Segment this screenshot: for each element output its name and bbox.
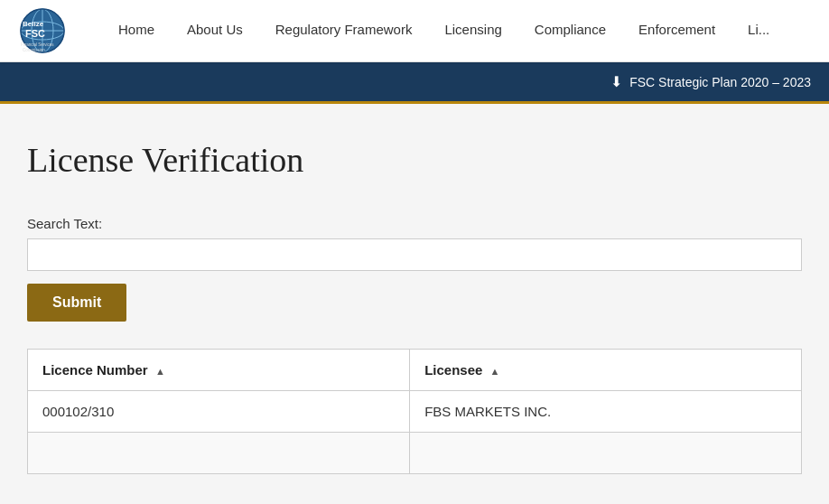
- main-content: License Verification Search Text: Submit…: [0, 104, 829, 504]
- announcement-banner[interactable]: ⬇ FSC Strategic Plan 2020 – 2023: [0, 62, 829, 104]
- col-licensee-label: Licensee: [424, 362, 482, 378]
- col-licence-number[interactable]: Licence Number ▲: [28, 350, 410, 391]
- table-row-empty: [28, 433, 802, 474]
- nav-links: Home About Us Regulatory Framework Licen…: [102, 0, 786, 62]
- logo-area: Belize FSC Financial Services Commission: [18, 6, 75, 56]
- search-input[interactable]: [27, 238, 802, 271]
- svg-text:Belize: Belize: [23, 20, 44, 28]
- page-title: License Verification: [27, 140, 802, 180]
- search-form: Search Text: Submit: [27, 216, 802, 322]
- cell-empty-2: [410, 433, 802, 474]
- nav-item-home[interactable]: Home: [102, 0, 171, 62]
- sort-arrow-licence: ▲: [155, 366, 165, 377]
- nav-item-li[interactable]: Li...: [731, 0, 786, 62]
- cell-licensee: FBS MARKETS INC.: [410, 391, 802, 433]
- search-label: Search Text:: [27, 216, 802, 231]
- nav-item-compliance[interactable]: Compliance: [518, 0, 622, 62]
- sort-arrow-licensee: ▲: [490, 366, 500, 377]
- svg-text:Financial Services: Financial Services: [21, 42, 54, 47]
- results-table: Licence Number ▲ Licensee ▲ 000102/310 F…: [27, 349, 802, 474]
- nav-item-about[interactable]: About Us: [171, 0, 259, 62]
- table-header-row: Licence Number ▲ Licensee ▲: [28, 350, 802, 391]
- cell-licence-number: 000102/310: [28, 391, 410, 433]
- banner-text: FSC Strategic Plan 2020 – 2023: [629, 75, 811, 89]
- navbar: Belize FSC Financial Services Commission…: [0, 0, 829, 62]
- col-licensee[interactable]: Licensee ▲: [410, 350, 802, 391]
- download-icon: ⬇: [610, 73, 622, 90]
- col-licence-number-label: Licence Number: [42, 362, 148, 378]
- cell-empty-1: [28, 433, 410, 474]
- nav-item-regulatory[interactable]: Regulatory Framework: [259, 0, 429, 62]
- table-row: 000102/310 FBS MARKETS INC.: [28, 391, 802, 433]
- nav-item-enforcement[interactable]: Enforcement: [622, 0, 731, 62]
- nav-item-licensing[interactable]: Licensing: [428, 0, 517, 62]
- svg-text:FSC: FSC: [25, 28, 45, 39]
- svg-text:Commission: Commission: [23, 48, 45, 52]
- fsc-logo-icon: Belize FSC Financial Services Commission: [18, 6, 68, 56]
- submit-button[interactable]: Submit: [27, 284, 126, 322]
